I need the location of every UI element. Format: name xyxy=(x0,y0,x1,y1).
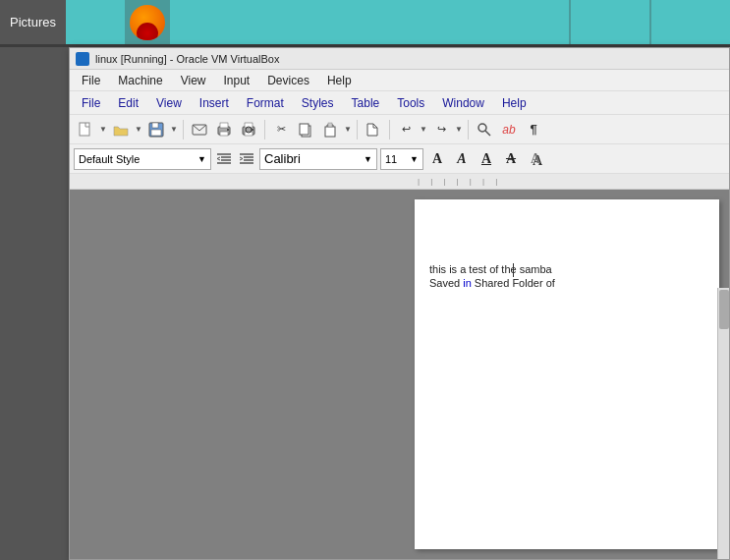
nonprinting-button[interactable]: ¶ xyxy=(522,118,545,141)
taskbar-spacer xyxy=(170,0,569,44)
ruler-marks: | | | | | | | xyxy=(74,177,725,186)
underline-format-button[interactable]: A xyxy=(476,148,497,170)
svg-rect-6 xyxy=(220,123,228,128)
decrease-indent-button[interactable] xyxy=(214,147,234,171)
style-dropdown[interactable]: Default Style ▼ xyxy=(74,148,211,170)
email-button[interactable] xyxy=(188,118,211,141)
lo-menu-edit[interactable]: Edit xyxy=(110,94,146,112)
lo-menu-format[interactable]: Format xyxy=(239,94,292,112)
find-replace-button[interactable] xyxy=(473,118,496,141)
lo-menu-tools[interactable]: Tools xyxy=(389,94,432,112)
left-sidebar xyxy=(0,47,69,560)
new-doc-dropdown[interactable]: ▼ xyxy=(98,118,108,141)
vbox-menu-help[interactable]: Help xyxy=(319,72,360,89)
vbox-menubar[interactable]: File Machine View Input Devices Help xyxy=(70,70,729,91)
font-label: Calibri xyxy=(264,151,301,166)
print-preview-button[interactable] xyxy=(237,118,260,141)
lo-menu-file[interactable]: File xyxy=(74,94,108,112)
svg-point-18 xyxy=(478,124,486,132)
sep4 xyxy=(389,120,390,140)
svg-rect-17 xyxy=(328,123,332,127)
save-dropdown[interactable]: ▼ xyxy=(169,118,179,141)
save-button[interactable] xyxy=(144,118,168,141)
lo-menubar[interactable]: File Edit View Insert Format Styles Tabl… xyxy=(70,91,729,115)
lo-menu-styles[interactable]: Styles xyxy=(294,94,342,112)
cut-button[interactable]: ✂ xyxy=(269,118,293,141)
clone-formatting-button[interactable] xyxy=(362,118,385,141)
vbox-menu-machine[interactable]: Machine xyxy=(110,72,170,89)
vbox-titlebar: linux [Running] - Oracle VM VirtualBox xyxy=(70,48,729,70)
sep2 xyxy=(264,120,265,140)
print-button[interactable] xyxy=(212,118,236,141)
svg-point-8 xyxy=(227,129,229,131)
shadow-format-button[interactable]: A xyxy=(525,148,546,170)
lo-menu-view[interactable]: View xyxy=(148,94,190,112)
scrollbar-thumb[interactable] xyxy=(719,290,729,329)
open-dropdown[interactable]: ▼ xyxy=(134,118,143,141)
style-label: Default Style xyxy=(79,153,140,165)
teal-block-1 xyxy=(66,0,125,44)
lo-toolbar2: Default Style ▼ Calibri ▼ 11 ▼ A A A xyxy=(70,144,729,174)
document-area: this is a test of the samba Saved in Sha… xyxy=(70,190,729,559)
font-dropdown-arrow: ▼ xyxy=(364,154,372,164)
strikethrough-format-button[interactable]: A xyxy=(500,148,522,170)
vbox-menu-view[interactable]: View xyxy=(173,72,214,89)
paste-button[interactable] xyxy=(318,118,342,141)
font-dropdown[interactable]: Calibri ▼ xyxy=(259,148,377,170)
svg-rect-0 xyxy=(80,123,89,136)
svg-rect-7 xyxy=(220,132,228,136)
vbox-app-icon xyxy=(76,52,89,66)
sep5 xyxy=(468,120,469,140)
increase-indent-button[interactable] xyxy=(237,147,256,171)
text-line2-saved: Saved xyxy=(429,277,463,289)
style-dropdown-arrow: ▼ xyxy=(197,154,206,164)
text-line2-rest: Shared Folder of xyxy=(472,277,555,289)
vbox-window: linux [Running] - Oracle VM VirtualBox F… xyxy=(69,47,730,560)
vbox-menu-file[interactable]: File xyxy=(74,72,108,89)
pictures-label: Pictures xyxy=(0,0,66,44)
font-size-arrow: ▼ xyxy=(410,154,419,164)
svg-line-19 xyxy=(485,131,490,136)
italic-format-button[interactable]: A xyxy=(451,148,473,170)
lo-menu-insert[interactable]: Insert xyxy=(192,94,237,112)
redo-dropdown[interactable]: ▼ xyxy=(454,118,464,141)
svg-rect-15 xyxy=(300,124,309,135)
teal-block-3 xyxy=(651,0,730,44)
lo-menu-window[interactable]: Window xyxy=(434,94,492,112)
text-line-1: this is a test of the samba xyxy=(429,263,704,275)
lo-toolbar1: ▼ ▼ ▼ xyxy=(70,115,729,144)
undo-dropdown[interactable]: ▼ xyxy=(419,118,428,141)
paste-dropdown[interactable]: ▼ xyxy=(343,118,353,141)
taskbar-top: Pictures xyxy=(0,0,730,44)
teal-block-2 xyxy=(571,0,649,44)
undo-button[interactable]: ↩ xyxy=(394,118,418,141)
font-size-label: 11 xyxy=(385,153,397,165)
lo-menu-help[interactable]: Help xyxy=(494,94,534,112)
lo-window: File Edit View Insert Format Styles Tabl… xyxy=(70,91,729,559)
svg-rect-3 xyxy=(151,130,161,136)
svg-rect-2 xyxy=(152,123,158,128)
open-button[interactable] xyxy=(109,118,133,141)
font-size-dropdown[interactable]: 11 ▼ xyxy=(380,148,423,170)
spelling-button[interactable]: ab xyxy=(497,118,521,141)
redo-button[interactable]: ↪ xyxy=(429,118,453,141)
ruler: | | | | | | | xyxy=(70,174,729,190)
document-page[interactable]: this is a test of the samba Saved in Sha… xyxy=(415,199,719,549)
bold-format-button[interactable]: A xyxy=(426,148,448,170)
copy-button[interactable] xyxy=(294,118,317,141)
svg-rect-16 xyxy=(325,127,335,137)
text-line2-in: in xyxy=(463,277,472,289)
sep3 xyxy=(357,120,358,140)
vbox-menu-input[interactable]: Input xyxy=(216,72,258,89)
vbox-menu-devices[interactable]: Devices xyxy=(259,72,317,89)
text-cursor xyxy=(513,263,514,277)
text-line-2: Saved in Shared Folder of xyxy=(429,277,704,289)
lo-menu-table[interactable]: Table xyxy=(344,94,388,112)
vertical-scrollbar[interactable] xyxy=(717,288,729,559)
vbox-title-text: linux [Running] - Oracle VM VirtualBox xyxy=(95,53,280,65)
sep1 xyxy=(183,120,184,140)
vm-icon xyxy=(130,5,165,40)
new-doc-button[interactable] xyxy=(74,118,97,141)
pictures-text: Pictures xyxy=(10,15,56,29)
